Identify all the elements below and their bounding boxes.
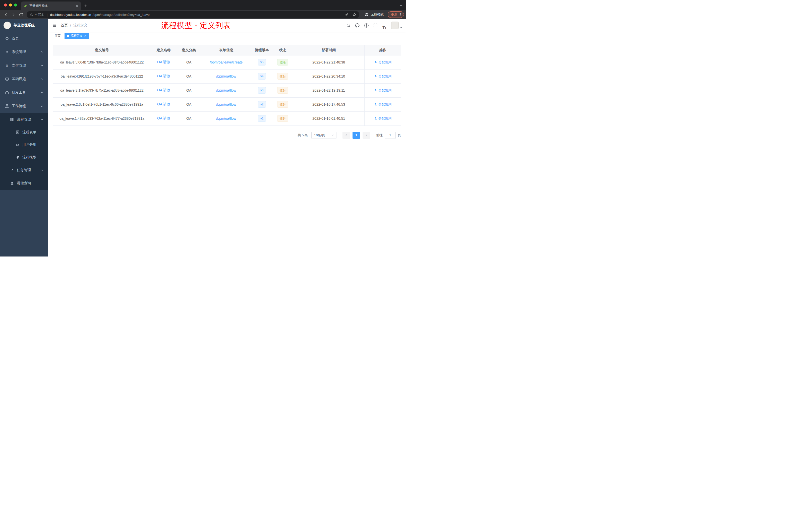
tag-process-definition[interactable]: 流程定义 bbox=[64, 33, 89, 39]
chevron-up-icon bbox=[41, 118, 44, 121]
goto-page-input[interactable] bbox=[385, 132, 396, 139]
close-window-button[interactable] bbox=[4, 3, 7, 6]
prev-page-button[interactable] bbox=[343, 132, 350, 139]
definition-name-link[interactable]: OA 请假 bbox=[157, 60, 170, 64]
browser-chrome: 芋道管理系统 不安全 | dashboard.yudao.iocod bbox=[0, 0, 406, 19]
sidebar-item-system[interactable]: 系统管理 bbox=[0, 45, 48, 59]
chevron-up-icon bbox=[41, 105, 44, 108]
assign-rule-link[interactable]: 分配规则 bbox=[378, 74, 392, 79]
goto-label: 前往 bbox=[376, 133, 383, 138]
tag-home[interactable]: 首页 bbox=[52, 33, 63, 39]
minimize-window-button[interactable] bbox=[9, 3, 12, 6]
breadcrumb-home[interactable]: 首页 bbox=[61, 23, 68, 28]
avatar[interactable] bbox=[391, 22, 399, 29]
tag-close-icon[interactable] bbox=[84, 35, 87, 37]
sidebar-logo[interactable]: 芋道管理系统 bbox=[0, 19, 48, 32]
form-link[interactable]: /bpm/oa/flow bbox=[216, 74, 236, 78]
sidebar-item-process-form[interactable]: 流程表单 bbox=[0, 126, 48, 139]
sidebar-item-task-management[interactable]: 任务管理 bbox=[0, 163, 48, 177]
browser-toolbar: 不安全 | dashboard.yudao.iocoder.cn/bpm/man… bbox=[0, 10, 406, 19]
status-badge: 激活 bbox=[277, 59, 288, 65]
sidebar-item-workflow[interactable]: 工作流程 bbox=[0, 99, 48, 113]
user-icon bbox=[374, 60, 377, 64]
definition-name-link[interactable]: OA 请假 bbox=[157, 74, 170, 78]
table-row: oa_leave:4:991f2193-7b7f-11ec-a3c8-acde4… bbox=[53, 69, 401, 83]
reload-icon[interactable] bbox=[17, 11, 25, 18]
sidebar-item-label: 首页 bbox=[12, 36, 19, 41]
page-size-value: 10条/页 bbox=[314, 133, 325, 138]
maximize-window-button[interactable] bbox=[14, 3, 17, 6]
sidebar-item-process-management[interactable]: 流程管理 bbox=[0, 113, 48, 126]
table-row: oa_leave:5:004b710b-7b8a-11ec-8ef0-acde4… bbox=[53, 55, 401, 69]
version-badge: v3 bbox=[258, 87, 266, 94]
sidebar-item-home[interactable]: 首页 bbox=[0, 32, 48, 45]
sidebar-item-payment[interactable]: 支付管理 bbox=[0, 59, 48, 72]
security-warning-icon[interactable] bbox=[30, 13, 33, 16]
page-number-button[interactable]: 1 bbox=[352, 132, 360, 139]
page-size-select[interactable]: 10条/页 bbox=[311, 132, 337, 139]
address-bar[interactable]: 不安全 | dashboard.yudao.iocoder.cn/bpm/man… bbox=[27, 11, 359, 18]
definition-name-link[interactable]: OA 请假 bbox=[157, 102, 170, 106]
sidebar-item-label: 用户分组 bbox=[22, 143, 36, 147]
form-link[interactable]: /bpm/oa/flow bbox=[216, 88, 236, 92]
chevron-down-icon bbox=[41, 91, 44, 94]
cell-deploy-time: 2022-01-22 19:19:11 bbox=[293, 83, 365, 97]
hamburger-icon[interactable] bbox=[48, 19, 61, 32]
user-menu[interactable] bbox=[391, 22, 403, 29]
sidebar-item-label: 流程模型 bbox=[22, 155, 36, 160]
assign-rule-link[interactable]: 分配规则 bbox=[378, 116, 392, 121]
help-icon[interactable] bbox=[362, 21, 371, 30]
chevron-down-icon bbox=[41, 64, 44, 67]
github-icon[interactable] bbox=[353, 21, 361, 30]
cell-deploy-time: 2022-01-16 01:40:51 bbox=[293, 112, 365, 125]
font-size-icon[interactable] bbox=[380, 21, 389, 30]
sidebar-item-devtools[interactable]: 研发工具 bbox=[0, 86, 48, 99]
cell-deploy-time: 2022-01-22 20:34:10 bbox=[293, 69, 365, 83]
next-page-button[interactable] bbox=[362, 132, 370, 139]
sidebar-item-label: 基础设施 bbox=[12, 77, 26, 81]
browser-update-button[interactable]: 更新 bbox=[388, 11, 404, 18]
column-header: 定义名称 bbox=[151, 45, 177, 55]
sidebar-item-label: 请假查询 bbox=[17, 181, 31, 185]
incognito-label: 无痕模式 bbox=[371, 12, 384, 17]
list-icon bbox=[10, 117, 14, 121]
sidebar-item-leave-query[interactable]: 请假查询 bbox=[0, 177, 48, 190]
back-icon[interactable] bbox=[2, 11, 9, 18]
definition-name-link[interactable]: OA 请假 bbox=[157, 88, 170, 92]
assign-rule-link[interactable]: 分配规则 bbox=[378, 102, 392, 107]
cell-definition-id: oa_leave:1:482ec033-762a-11ec-8477-a2380… bbox=[53, 112, 151, 125]
cell-category: OA bbox=[177, 97, 201, 112]
security-label[interactable]: 不安全 bbox=[34, 12, 44, 17]
definition-name-link[interactable]: OA 请假 bbox=[157, 116, 170, 120]
url-domain: dashboard.yudao.iocoder.cn bbox=[50, 13, 91, 17]
cell-category: OA bbox=[177, 112, 201, 125]
assign-rule-link[interactable]: 分配规则 bbox=[378, 88, 392, 93]
form-link[interactable]: /bpm/oa/leave/create bbox=[210, 60, 243, 64]
sidebar-item-infrastructure[interactable]: 基础设施 bbox=[0, 72, 48, 86]
form-link[interactable]: /bpm/oa/flow bbox=[216, 117, 236, 120]
person-icon bbox=[10, 181, 14, 185]
paper-plane-icon bbox=[16, 155, 20, 159]
sidebar-item-user-group[interactable]: 用户分组 bbox=[0, 139, 48, 151]
bookmark-star-icon[interactable] bbox=[352, 12, 356, 17]
top-navbar: 首页 / 流程定义 流程模型 - 定义列表 bbox=[48, 19, 406, 32]
fullscreen-icon[interactable] bbox=[371, 21, 380, 30]
cell-deploy-time: 2022-01-22 21:48:38 bbox=[293, 55, 365, 69]
yen-icon bbox=[5, 63, 9, 68]
forward-icon[interactable] bbox=[9, 11, 17, 18]
new-tab-button[interactable] bbox=[84, 4, 88, 8]
assign-rule-link[interactable]: 分配规则 bbox=[378, 60, 392, 64]
cell-definition-id: oa_leave:3:1fad3d93-7b75-11ec-a3c8-acde4… bbox=[53, 83, 151, 97]
tag-label: 首页 bbox=[55, 34, 60, 38]
breadcrumb: 首页 / 流程定义 bbox=[61, 23, 87, 28]
tab-search-icon[interactable] bbox=[400, 4, 403, 7]
sidebar-item-process-model[interactable]: 流程模型 bbox=[0, 151, 48, 163]
browser-tab[interactable]: 芋道管理系统 bbox=[21, 1, 81, 10]
password-key-icon[interactable] bbox=[345, 13, 348, 17]
form-link[interactable]: /bpm/oa/flow bbox=[216, 102, 236, 107]
search-icon[interactable] bbox=[344, 21, 352, 30]
column-header: 状态 bbox=[272, 45, 293, 55]
column-header: 定义编号 bbox=[53, 45, 151, 55]
tab-close-icon[interactable] bbox=[76, 4, 78, 7]
browser-menu-kebab-icon[interactable] bbox=[399, 13, 402, 17]
